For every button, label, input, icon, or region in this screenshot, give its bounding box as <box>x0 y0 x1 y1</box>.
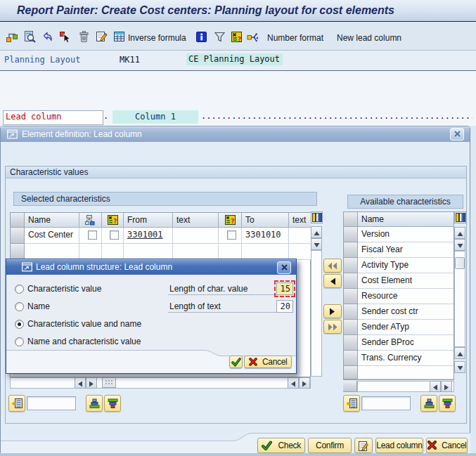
row-selector-cell[interactable] <box>344 320 358 335</box>
move-all-left-button[interactable] <box>323 259 342 273</box>
radio-label[interactable]: Characteristic value and name <box>27 319 141 329</box>
confirm-button[interactable]: Confirm <box>308 438 352 453</box>
available-sort-down-button[interactable] <box>439 395 456 412</box>
column1-cell[interactable]: Column 1 <box>112 110 198 124</box>
column-header-variable-icon-from[interactable]: ? <box>102 213 124 228</box>
check-button[interactable]: Check <box>257 438 305 453</box>
planning-layout-description[interactable]: CE Planning Layout <box>186 53 283 65</box>
inverse-formula-icon[interactable] <box>112 30 126 44</box>
cancel-button[interactable]: Cancel <box>426 438 468 453</box>
filter-icon[interactable] <box>213 30 226 44</box>
cell-group-checkbox[interactable] <box>79 228 102 244</box>
dialog-close-button[interactable] <box>450 128 464 141</box>
inverse-formula-button[interactable]: Inverse formula <box>128 33 186 43</box>
available-row[interactable]: Activity Type <box>358 258 454 273</box>
lead-column-cell[interactable]: Lead column <box>3 110 103 125</box>
delete-icon[interactable] <box>77 30 91 44</box>
cell-to-text[interactable] <box>289 228 311 244</box>
structure-dialog-titlebar[interactable]: Lead column structure: Lead column <box>6 259 296 275</box>
new-lead-column-button[interactable]: New lead column <box>337 33 401 43</box>
empty-cell[interactable] <box>124 244 173 260</box>
available-row[interactable]: Sender BProc <box>358 335 454 351</box>
row-selector-cell[interactable] <box>344 304 358 320</box>
check-formula-icon[interactable]: ? <box>230 30 243 44</box>
available-scroll-down-button-bottom[interactable] <box>454 361 465 373</box>
empty-cell[interactable] <box>219 244 242 260</box>
available-position-field[interactable] <box>361 396 411 410</box>
number-format-button[interactable]: Number format <box>267 33 323 43</box>
variable-from-checkbox[interactable] <box>110 230 119 240</box>
available-row-empty[interactable] <box>358 366 454 379</box>
planning-layout-code[interactable]: MK11 <box>120 55 140 65</box>
available-column-header-name[interactable]: Name <box>358 212 454 227</box>
cell-variable-checkbox-from[interactable] <box>102 228 124 244</box>
radio-characteristic-value[interactable] <box>15 285 24 294</box>
selected-scroll-left-button[interactable] <box>75 377 86 389</box>
selected-position-button[interactable] <box>8 395 25 412</box>
length-char-value-field[interactable]: 15 <box>276 282 293 295</box>
variable-to-checkbox[interactable] <box>227 230 236 240</box>
selected-scrollbar-track[interactable] <box>311 250 322 377</box>
cell-from-value[interactable]: 3301001 <box>124 228 173 244</box>
available-scroll-left-button[interactable] <box>430 381 441 392</box>
available-row[interactable]: Fiscal Year <box>358 242 454 258</box>
move-right-button[interactable] <box>323 304 342 318</box>
row-selector-cell[interactable] <box>11 244 25 260</box>
column-header-to[interactable]: To <box>242 213 289 228</box>
check-report-icon[interactable] <box>23 30 37 44</box>
row-selector-cell[interactable] <box>344 258 358 273</box>
info-icon[interactable] <box>195 30 208 44</box>
available-scroll-down-button[interactable] <box>454 239 465 251</box>
available-sort-up-button[interactable] <box>420 395 437 412</box>
column-header-variable-icon-to[interactable]: ? <box>219 213 242 228</box>
radio-label[interactable]: Name and characteristic value <box>27 337 141 346</box>
selected-scroll-up-button[interactable] <box>311 226 322 238</box>
column-header-from[interactable]: From <box>124 213 173 228</box>
empty-cell[interactable] <box>79 244 102 260</box>
selected-table-config-icon[interactable] <box>311 211 323 223</box>
select-block-icon[interactable] <box>58 30 72 44</box>
empty-cell[interactable] <box>102 244 124 260</box>
row-selector-cell[interactable] <box>11 228 25 244</box>
structure-dialog-close-button[interactable] <box>277 261 291 274</box>
selected-sort-up-button[interactable] <box>86 395 103 412</box>
selected-scroll-right-button[interactable] <box>86 377 97 389</box>
radio-label[interactable]: Characteristic value <box>27 284 101 294</box>
available-scroll-right-button[interactable] <box>441 381 452 392</box>
selected-hscroll-left-button[interactable] <box>288 377 299 389</box>
column-header-to-text[interactable]: text <box>289 213 311 228</box>
header-selector-cell[interactable] <box>344 212 358 227</box>
column-header-group-icon[interactable] <box>79 213 102 228</box>
radio-name-and-characteristic-value[interactable] <box>15 337 24 346</box>
empty-cell[interactable] <box>289 244 311 260</box>
available-scroll-up-button-bottom[interactable] <box>454 347 465 359</box>
available-row[interactable]: Sender ATyp <box>358 320 454 335</box>
empty-cell[interactable] <box>25 244 79 260</box>
row-selector-cell[interactable] <box>344 289 358 304</box>
row-selector-cell[interactable] <box>344 242 358 258</box>
column-header-name[interactable]: Name <box>25 213 79 228</box>
available-row[interactable]: Version <box>358 227 454 242</box>
row-selector-cell[interactable] <box>344 335 358 351</box>
selected-sort-down-button[interactable] <box>104 395 121 412</box>
group-checkbox[interactable] <box>88 230 97 240</box>
undo-icon[interactable] <box>41 30 54 44</box>
selected-position-field[interactable] <box>27 396 76 410</box>
available-table-config-icon[interactable] <box>454 211 466 223</box>
move-all-right-button[interactable] <box>323 320 342 334</box>
radio-label[interactable]: Name <box>27 301 50 311</box>
lead-column-button[interactable]: Lead column <box>375 438 423 453</box>
cell-to-value[interactable]: 3301010 <box>242 228 289 244</box>
available-position-button[interactable] <box>343 395 360 412</box>
length-text-field[interactable]: 20 <box>276 300 293 313</box>
distribute-icon[interactable] <box>246 30 259 44</box>
selected-hscroll-right-button[interactable] <box>299 377 310 389</box>
selected-scroll-down-button[interactable] <box>311 238 322 250</box>
radio-characteristic-value-and-name[interactable] <box>15 320 24 329</box>
hierarchy-icon[interactable] <box>6 30 19 44</box>
structure-cancel-button[interactable]: Cancel <box>244 356 292 368</box>
row-selector-cell[interactable] <box>344 351 358 366</box>
available-row[interactable]: Sender cost ctr <box>358 304 454 320</box>
move-left-button[interactable] <box>323 274 342 288</box>
element-definition-dialog-titlebar[interactable]: Element definition: Lead column <box>1 126 470 142</box>
